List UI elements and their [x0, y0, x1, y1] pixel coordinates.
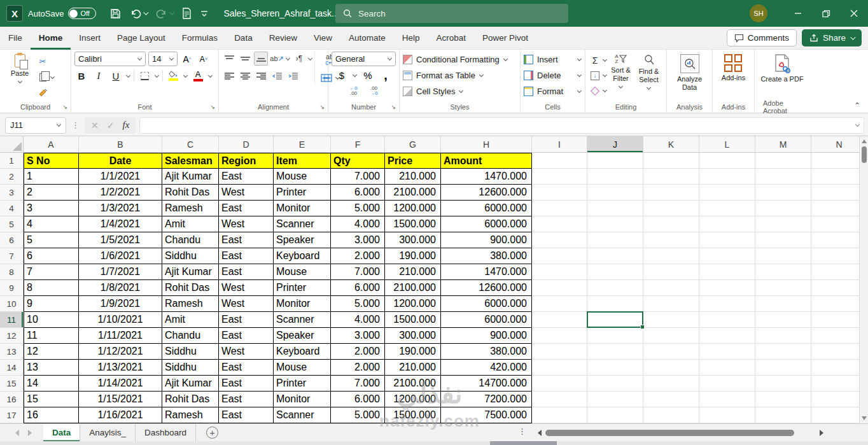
cell-I16[interactable]	[532, 392, 587, 407]
cell-I4[interactable]	[532, 201, 587, 216]
cell-K13[interactable]	[643, 344, 699, 360]
cell-E3[interactable]: Printer	[274, 185, 331, 201]
cell-H13[interactable]: 380.000	[441, 344, 532, 360]
cell-L10[interactable]	[699, 296, 755, 312]
cell-A12[interactable]: 11	[24, 328, 79, 344]
cell-C16[interactable]: Rohit Das	[162, 392, 219, 407]
excel-app-icon[interactable]: X	[6, 5, 23, 22]
tab-formulas[interactable]: Formulas	[174, 27, 226, 50]
share-dropdown-icon[interactable]	[850, 34, 855, 39]
comments-button[interactable]: Comments	[727, 29, 797, 46]
cell-L8[interactable]	[699, 264, 755, 280]
cell-G3[interactable]: 2100.000	[385, 185, 441, 201]
cell-E4[interactable]: Monitor	[274, 201, 331, 216]
document-title[interactable]: Sales_Sheren_Ashraf_task...	[223, 8, 347, 18]
font-dialog-launcher[interactable]: ↘	[210, 104, 215, 110]
paste-dropdown-icon[interactable]	[17, 79, 22, 83]
cell-L7[interactable]	[699, 248, 755, 264]
cell-M8[interactable]	[755, 264, 811, 280]
cell-I5[interactable]	[532, 216, 587, 232]
cell-J3[interactable]	[587, 185, 643, 201]
cell-C12[interactable]: Chandu	[162, 328, 219, 344]
cell-M4[interactable]	[755, 201, 811, 216]
row-header-4[interactable]: 4	[0, 201, 24, 216]
column-header-F[interactable]: F	[331, 136, 385, 152]
cell-M11[interactable]	[755, 312, 811, 328]
cell-K16[interactable]	[643, 392, 699, 407]
number-format-combo[interactable]: General	[332, 52, 396, 66]
cell-I6[interactable]	[532, 232, 587, 248]
tab-data[interactable]: Data	[226, 27, 261, 50]
percent-style-button[interactable]: %	[361, 68, 375, 82]
cell-C14[interactable]: Siddhu	[162, 360, 219, 376]
cell-B10[interactable]: 1/9/2021	[79, 296, 162, 312]
cell-K7[interactable]	[643, 248, 699, 264]
cell-G10[interactable]: 1200.000	[385, 296, 441, 312]
sort-filter-dropdown-icon[interactable]	[619, 84, 623, 88]
cell-C8[interactable]: Ajit Kumar	[162, 264, 219, 280]
close-button[interactable]	[840, 0, 868, 27]
cell-E11[interactable]: Scanner	[274, 312, 331, 328]
cell-J1[interactable]	[587, 153, 643, 169]
cell-J16[interactable]	[587, 392, 643, 407]
cell-I7[interactable]	[532, 248, 587, 264]
cell-F14[interactable]: 2.000	[331, 360, 385, 376]
cell-G2[interactable]: 210.000	[385, 169, 441, 185]
cell-A7[interactable]: 6	[24, 248, 79, 264]
cell-J6[interactable]	[587, 232, 643, 248]
cell-G8[interactable]: 210.000	[385, 264, 441, 280]
horizontal-scroll-thumb[interactable]	[545, 430, 794, 436]
cell-C11[interactable]: Amit	[162, 312, 219, 328]
row-header-1[interactable]: 1	[0, 153, 24, 169]
cell-F5[interactable]: 4.000	[331, 216, 385, 232]
name-box[interactable]: J11	[5, 117, 66, 134]
autosave-control[interactable]: AutoSave Off	[28, 8, 96, 19]
column-header-J[interactable]: J	[587, 136, 643, 152]
cell-H6[interactable]: 900.000	[441, 232, 532, 248]
cell-D6[interactable]: East	[219, 232, 274, 248]
column-header-K[interactable]: K	[643, 136, 699, 152]
cell-F17[interactable]: 5.000	[331, 407, 385, 423]
cell-J14[interactable]	[587, 360, 643, 376]
underline-button[interactable]: U	[109, 69, 123, 83]
tab-help[interactable]: Help	[394, 27, 428, 50]
print-preview-button[interactable]	[182, 8, 192, 19]
cell-L4[interactable]	[699, 201, 755, 216]
top-align-button[interactable]	[222, 52, 236, 66]
cell-H5[interactable]: 6000.000	[441, 216, 532, 232]
cell-E14[interactable]: Mouse	[274, 360, 331, 376]
cell-E15[interactable]: Printer	[274, 376, 331, 392]
format-cells-button[interactable]: Format	[524, 83, 582, 99]
cell-A13[interactable]: 12	[24, 344, 79, 360]
cell-H4[interactable]: 6000.000	[441, 201, 532, 216]
cell-A9[interactable]: 8	[24, 280, 79, 296]
autosave-toggle[interactable]: Off	[68, 8, 96, 19]
cell-F13[interactable]: 2.000	[331, 344, 385, 360]
center-button[interactable]	[238, 69, 252, 83]
cell-J15[interactable]	[587, 376, 643, 392]
cell-D4[interactable]: East	[219, 201, 274, 216]
cell-C9[interactable]: Rohit Das	[162, 280, 219, 296]
cell-G13[interactable]: 190.000	[385, 344, 441, 360]
selected-cell-J11[interactable]	[587, 311, 643, 328]
cell-I2[interactable]	[532, 169, 587, 185]
cell-G4[interactable]: 1200.000	[385, 201, 441, 216]
cell-E6[interactable]: Speaker	[274, 232, 331, 248]
cell-I8[interactable]	[532, 264, 587, 280]
cell-M3[interactable]	[755, 185, 811, 201]
cell-B7[interactable]: 1/6/2021	[79, 248, 162, 264]
new-sheet-button[interactable]: +	[206, 427, 218, 439]
row-header-11[interactable]: 11	[0, 312, 24, 328]
cell-A5[interactable]: 4	[24, 216, 79, 232]
cell-I17[interactable]	[532, 407, 587, 423]
cell-K11[interactable]	[643, 312, 699, 328]
tab-acrobat[interactable]: Acrobat	[428, 27, 475, 50]
create-pdf-button[interactable]: Create a PDF	[758, 52, 806, 83]
cell-H15[interactable]: 14700.000	[441, 376, 532, 392]
italic-button[interactable]: I	[92, 69, 106, 83]
row-header-2[interactable]: 2	[0, 169, 24, 185]
increase-font-size-button[interactable]: A^	[180, 52, 194, 66]
cell-E5[interactable]: Scanner	[274, 216, 331, 232]
increase-indent-button[interactable]	[286, 69, 300, 83]
font-size-combo[interactable]: 14	[148, 52, 178, 66]
